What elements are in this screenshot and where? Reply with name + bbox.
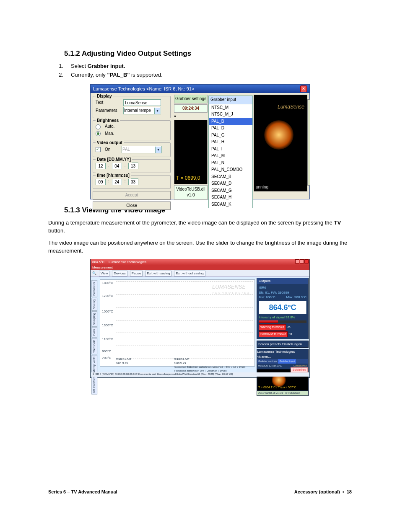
- ytick: 1100°C: [102, 337, 113, 342]
- menu-item[interactable]: PAL_N_COMBO: [209, 166, 252, 173]
- xtick: 9:18:44 AMSun 9.7s: [174, 357, 189, 365]
- chevron-down-icon[interactable]: ▾: [154, 108, 160, 114]
- maximize-icon[interactable]: [300, 259, 304, 263]
- menu-item[interactable]: SECAM_G: [209, 187, 252, 194]
- menu-item[interactable]: SECAM_B: [209, 173, 252, 181]
- paragraph: During a temperature measurement of the …: [48, 219, 352, 235]
- ytick: 1800°C: [102, 281, 113, 286]
- switchoff-threshold-button[interactable]: Switch-off threshold: [259, 331, 288, 337]
- close-icon[interactable]: ×: [300, 85, 307, 92]
- date-day[interactable]: 12: [96, 163, 106, 169]
- menu-item[interactable]: PAL_I: [209, 146, 252, 153]
- close-caption-button[interactable]: Schließen: [291, 367, 308, 372]
- chevron-down-icon[interactable]: ▾: [174, 114, 208, 120]
- card-header[interactable]: Outputs: [257, 278, 308, 284]
- date-year[interactable]: 13: [128, 163, 138, 169]
- toolbar[interactable]: 🔍 View Devices Pause Exit with saving Ex…: [91, 270, 309, 277]
- list-text-2: Currently, only "PAL_B" is supported.: [71, 71, 163, 79]
- dll-version: VideoToUSB.dll v1.0: [174, 185, 208, 200]
- txt: is supported.: [130, 72, 162, 78]
- menu-header[interactable]: Grabber input: [209, 96, 252, 104]
- mini-titlebar[interactable]: Lumasense Technologies <Name…: [257, 349, 308, 359]
- legend: Display: [96, 93, 113, 100]
- vtab[interactable]: Color: [91, 327, 97, 338]
- mini-tab[interactable]: Grabber settings: [257, 359, 278, 364]
- plot-area[interactable]: 1800°C 1700°C 1500°C 1300°C 1100°C 900°C…: [100, 279, 255, 367]
- vtab[interactable]: Parameter: [91, 280, 97, 297]
- app-titlebar[interactable]: 864.5°C Lumasense Technologies: [91, 259, 309, 265]
- vtab[interactable]: Threshold: [91, 338, 97, 354]
- vertical-tabs[interactable]: Parameter Scaling Sampling Color Thresho…: [91, 280, 99, 366]
- bold: Grabber input.: [88, 63, 125, 69]
- video-preview-right: LumaSense unning: [254, 95, 307, 191]
- big-temperature: 864.6°C: [259, 301, 306, 314]
- brand-overlay: LumaSense: [278, 103, 304, 111]
- menu-item[interactable]: PAL_M: [209, 152, 252, 160]
- menu-item[interactable]: PAL_N: [209, 160, 252, 167]
- label: On: [105, 147, 119, 153]
- toolbar-exit-save[interactable]: Exit with saving: [145, 271, 171, 276]
- presets-card[interactable]: Screen presets Einstellungen: [257, 341, 309, 348]
- menu-item[interactable]: PAL_G: [209, 132, 252, 139]
- vtab[interactable]: ATemp Write: [91, 355, 97, 374]
- menu-item[interactable]: PAL_H: [209, 139, 252, 146]
- toolbar-devices[interactable]: Devices: [112, 271, 127, 276]
- radio-auto[interactable]: [96, 124, 101, 129]
- grabber-input-menu[interactable]: Grabber input NTSC_M NTSC_M_J PAL_B PAL_…: [208, 96, 253, 208]
- value: 95: [287, 325, 291, 329]
- txt: Currently, only: [71, 72, 107, 78]
- window-buttons[interactable]: [295, 259, 309, 263]
- menu-item[interactable]: NTSC_M_J: [209, 111, 252, 118]
- txt: During a temperature measurement of the …: [48, 220, 334, 226]
- pal-select[interactable]: PAL▾: [122, 146, 162, 153]
- grabber-settings-tab[interactable]: Grabber settings: [174, 95, 208, 103]
- status-bar: 1 ISR 6 (COM1/30) 00200 08:00:00.0 C:\Do…: [91, 372, 309, 377]
- close-button[interactable]: Close: [93, 201, 171, 210]
- ordered-list: 1. Select Grabber input. 2. Currently, o…: [57, 62, 352, 80]
- bullet-icon: •: [343, 489, 344, 494]
- intensity-label: Intensity of signal 98.8%: [259, 315, 306, 320]
- menu-item[interactable]: NTSC_M: [209, 104, 252, 111]
- clock-readout: 09:24:34: [174, 104, 208, 113]
- toolbar-view[interactable]: View: [99, 271, 109, 276]
- checkbox-on[interactable]: [96, 147, 101, 152]
- vtab[interactable]: I/O Interface: [91, 375, 97, 395]
- toolbar-pause[interactable]: Pause: [130, 271, 143, 276]
- time-sec[interactable]: 33: [128, 178, 138, 185]
- minimize-icon[interactable]: [295, 259, 299, 263]
- device-name: ISR6: [259, 285, 306, 290]
- figure-app-overview: 864.5°C Lumasense Technologies Measureme…: [90, 259, 310, 378]
- menu-item[interactable]: SECAM_K: [209, 201, 252, 208]
- window-title: Lumasense Technologies <Name: ISR 6, Nr.…: [93, 85, 194, 93]
- radio-man[interactable]: [96, 131, 101, 136]
- hint-line: Panorama aufnehmen W9 + Umschalt + Druck: [174, 369, 255, 373]
- xtick: 9:18:41 AMSun 9.7s: [116, 357, 131, 365]
- toolbar-exit-nosave[interactable]: Exit without saving: [174, 271, 205, 276]
- parameters-select[interactable]: Internal tempe▾: [123, 107, 161, 114]
- vtab[interactable]: Sampling: [91, 311, 97, 327]
- menubar[interactable]: Measurement: [91, 265, 309, 270]
- vtab[interactable]: Scaling: [91, 298, 97, 311]
- close-icon[interactable]: [304, 259, 309, 263]
- mini-tab-active[interactable]: Grabber input: [278, 359, 296, 364]
- time-min[interactable]: 24: [112, 178, 122, 185]
- warning-threshold-button[interactable]: Warning threshold: [259, 324, 286, 330]
- txt: Select: [71, 63, 88, 69]
- menu-item[interactable]: SECAM_H: [209, 194, 252, 201]
- text-input[interactable]: LumaSense: [123, 99, 161, 106]
- videoout-fieldset: Video output On PAL▾: [93, 142, 171, 157]
- accept-button[interactable]: Accept: [93, 191, 171, 200]
- window-titlebar[interactable]: Lumasense Technologies <Name: ISR 6, Nr.…: [91, 85, 309, 93]
- brightness-slider[interactable]: [307, 99, 310, 186]
- chevron-down-icon[interactable]: ▾: [155, 147, 161, 153]
- ytick: 1700°C: [102, 294, 113, 299]
- menu-item-selected[interactable]: PAL_B: [209, 118, 252, 125]
- right-panel: Outputs ISR6 SN: 91, FW: 390899 Min: 600…: [257, 278, 309, 376]
- time-hour[interactable]: 09: [96, 178, 106, 185]
- txt: T E C H N O L O G I E S: [212, 291, 249, 295]
- search-icon[interactable]: 🔍: [92, 271, 96, 276]
- label: Text: [96, 100, 121, 106]
- date-month[interactable]: 04: [112, 163, 122, 169]
- menu-item[interactable]: PAL_D: [209, 125, 252, 132]
- menu-item[interactable]: SECAM_D: [209, 180, 252, 187]
